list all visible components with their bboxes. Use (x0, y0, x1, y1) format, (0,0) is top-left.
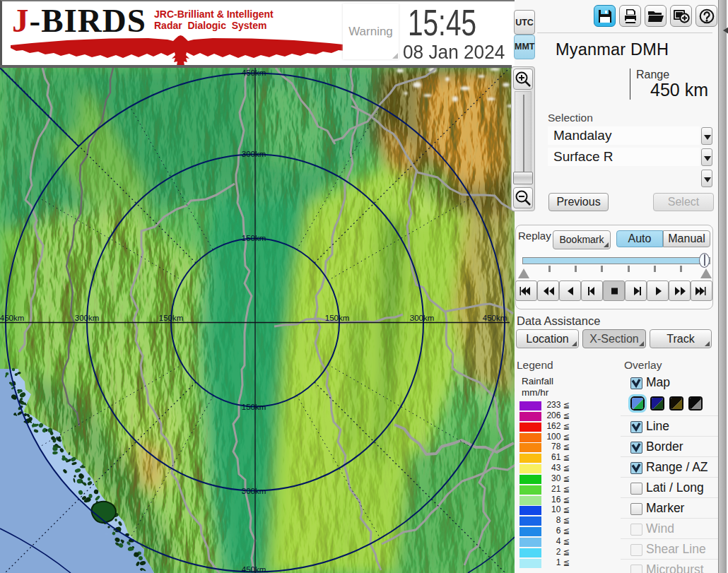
svg-text:300km: 300km (242, 487, 266, 495)
svg-text:150km: 150km (325, 314, 350, 322)
svg-text:300km: 300km (410, 314, 435, 322)
svg-text:150km: 150km (159, 314, 184, 322)
svg-text:300km: 300km (242, 150, 266, 158)
svg-text:150km: 150km (242, 403, 266, 411)
svg-text:450km: 450km (0, 314, 24, 322)
svg-text:300km: 300km (75, 314, 100, 322)
svg-text:450km: 450km (242, 565, 266, 573)
svg-text:450km: 450km (242, 69, 266, 77)
svg-text:150km: 150km (242, 234, 266, 242)
svg-text:450km: 450km (483, 314, 507, 322)
